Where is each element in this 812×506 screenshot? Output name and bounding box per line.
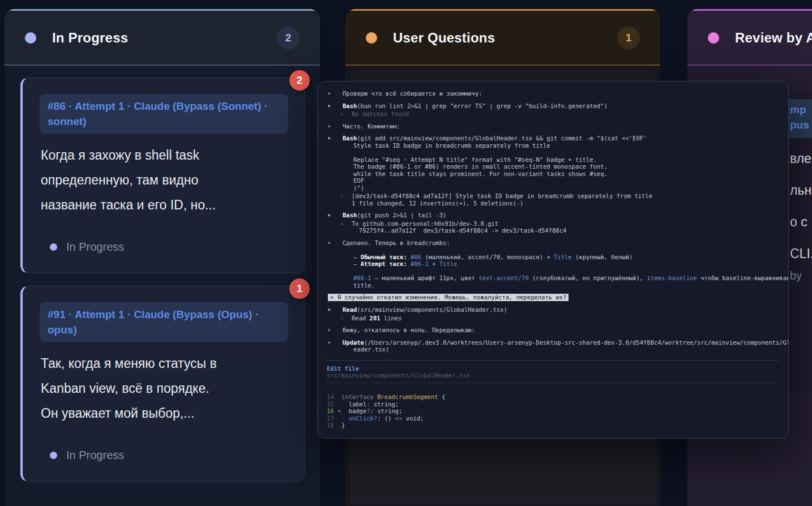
- diff-line: [327, 429, 779, 436]
- result-line: Read 201 lines: [352, 315, 780, 322]
- terminal-text-segment: –: [353, 254, 361, 260]
- terminal-line: eader.tsx): [353, 346, 780, 353]
- terminal-text-segment: 1 file changed, 12 insertions(+), 5 dele…: [352, 200, 523, 207]
- terminal-text-segment: +: [429, 260, 439, 267]
- terminal-text-segment: : string;: [370, 408, 403, 414]
- message-dot-icon: ●: [328, 340, 330, 345]
- terminal-line: Сделано. Теперь в breadcrumbs:: [343, 239, 780, 247]
- terminal-message: ●Сделано. Теперь в breadcrumbs: – Обычны…: [327, 239, 780, 289]
- result-line: 79275f4..ad7a12f dev3/task-d54f88c4 -> d…: [352, 227, 780, 234]
- terminal-text-segment: lines: [381, 315, 402, 321]
- card-text-fragment: CLI.: [790, 246, 812, 261]
- result-line: 1 file changed, 12 insertions(+), 5 dele…: [352, 200, 780, 207]
- terminal-text-segment: Read: [352, 315, 370, 321]
- terminal-message: ●Update(/Users/arsenyp/.dev3.0/worktrees…: [327, 339, 780, 353]
- terminal-text-segment: (голубоватый, но приглушённый),: [529, 275, 647, 281]
- result-elbow-icon: ∟: [341, 192, 344, 199]
- result-elbow-icon: ∟: [341, 314, 344, 321]
- terminal-text-segment: }: [341, 422, 345, 428]
- terminal-text-segment: 201: [370, 315, 381, 321]
- terminal-line: Style task ID badge in breadcrumb separa…: [353, 142, 780, 149]
- terminal-text-segment: void;: [403, 415, 424, 422]
- message-dot-icon: ●: [328, 91, 330, 96]
- terminal-line: title.: [353, 282, 780, 289]
- terminal-line: Read(src/mainview/components/GlobalHeade…: [343, 306, 780, 314]
- terminal-message: ●Проверю что всё собирается и закоммичу:: [327, 90, 780, 97]
- terminal-text-segment: Bash: [343, 135, 357, 141]
- terminal-text-segment: Обычный таск:: [361, 254, 407, 260]
- terminal-text-segment: string;: [370, 401, 399, 408]
- result-line: To github.com-personal:h0x91b/dev-3.0.gi…: [352, 220, 780, 228]
- task-terminal-panel[interactable]: ●Проверю что всё собирается и закоммичу:…: [317, 81, 789, 439]
- card-text-fragment: о с: [790, 215, 807, 230]
- terminal-text-segment: No matches found: [352, 110, 409, 117]
- terminal-text-segment: чтобы baseline-выравнивание с: [697, 275, 789, 281]
- column-count-badge: 2: [277, 27, 300, 49]
- edit-file-title: Edit file: [327, 365, 779, 372]
- card-body-line: Когда я захожу в shell task: [41, 143, 288, 168]
- terminal-text-segment: badge: [341, 408, 366, 414]
- terminal-text-segment: (bun run lint 2>&1 | grep "error TS" | g…: [357, 102, 608, 109]
- task-id-chip-clipped: mp pus: [789, 99, 812, 138]
- card-status: In Progress: [50, 449, 124, 462]
- kanban-board: In Progress 2 2 #86 · Attempt 1 · Claude…: [0, 0, 812, 506]
- diff-line: 18}: [327, 422, 779, 429]
- line-number: 15: [327, 401, 341, 408]
- card-text-fragment: вле: [790, 151, 811, 166]
- terminal-line: EOF: [353, 177, 780, 185]
- terminal-text-segment: =>: [395, 415, 403, 422]
- terminal-log: ●Проверю что всё собирается и закоммичу:…: [327, 90, 780, 353]
- column-body: 2 #86 · Attempt 1 · Claude (Bypass (Sonn…: [5, 66, 320, 503]
- terminal-text-segment: To github.com-personal:h0x91b/dev-3.0.gi…: [352, 220, 498, 227]
- terminal-text-segment: BreadcrumbSegment: [377, 393, 438, 400]
- task-card-91[interactable]: 1 #91 · Attempt 1 · Claude (Bypass (Opus…: [20, 286, 305, 482]
- terminal-text-segment: interface: [341, 393, 377, 400]
- terminal-line: – Обычный таск: #86 (маленький, accent/7…: [353, 254, 780, 261]
- tool-result: ∟Read 201 lines: [327, 315, 780, 322]
- terminal-message: ●Чисто. Коммитим:: [327, 123, 780, 130]
- terminal-line: [353, 246, 780, 254]
- terminal-text-segment: Read: [343, 306, 357, 313]
- terminal-line: Update(/Users/arsenyp/.dev3.0/worktrees/…: [343, 339, 780, 346]
- terminal-text-segment: Bash: [343, 212, 357, 218]
- terminal-text-segment: (маленький, accent/70, monospace) +: [421, 254, 554, 260]
- terminal-text-segment: onClick?: [349, 415, 378, 422]
- card-body-line: Так, когда я меняю статусы в: [41, 351, 288, 376]
- terminal-text-segment: [dev3/task-d54f88c4 ad7a12f] Style task …: [352, 192, 652, 199]
- line-number: 16 +: [327, 408, 341, 415]
- column-status-dot: [708, 32, 719, 44]
- terminal-line: Проверю что всё собирается и закоммичу:: [343, 90, 780, 97]
- terminal-line: Bash(bun run lint 2>&1 | grep "error TS"…: [343, 102, 780, 110]
- result-elbow-icon: ∟: [341, 220, 344, 226]
- chip-fragment: mp: [790, 102, 812, 117]
- line-number: 17: [327, 415, 341, 422]
- terminal-line: while the task title stays prominent. Fo…: [353, 170, 780, 178]
- card-status-fragment: by: [790, 269, 802, 282]
- edit-file-diff: 14interface BreadcrumbSegment {15 label:…: [327, 387, 779, 436]
- terminal-text-segment: (git add src/mainview/components/GlobalH…: [357, 135, 647, 141]
- terminal-text-segment: The badge (#86-1 or #86) renders in smal…: [353, 163, 608, 170]
- terminal-text-segment: EOF: [353, 177, 364, 184]
- terminal-text-segment: Вижу, откатилось в ноль. Переделываю:: [343, 327, 475, 333]
- terminal-message: ●Read(src/mainview/components/GlobalHead…: [327, 306, 780, 314]
- message-dot-icon: ●: [328, 124, 330, 129]
- diff-line: 14interface BreadcrumbSegment {: [327, 393, 779, 401]
- column-status-dot: [25, 32, 36, 44]
- column-title: In Progress: [52, 30, 261, 46]
- notification-badge: 2: [289, 70, 310, 91]
- result-elbow-icon: ∟: [341, 110, 344, 117]
- card-body-text: Когда я захожу в shell task определенную…: [41, 143, 288, 217]
- task-card-clipped[interactable]: mp pus вле льн о с CLI. by: [789, 91, 812, 391]
- terminal-line: #86-1 — маленький шрифт 11px, цвет text-…: [353, 275, 780, 282]
- task-id-chip: #86 · Attempt 1 · Claude (Bypass (Sonnet…: [40, 94, 288, 134]
- terminal-text-segment: {: [438, 393, 446, 400]
- edit-file-path: src/mainview/components/GlobalHeader.tsx: [327, 372, 779, 379]
- terminal-text-segment: #86-1: [353, 275, 371, 281]
- terminal-text-segment: #86-1: [411, 260, 429, 267]
- column-title: User Questions: [393, 30, 601, 46]
- column-header-review: Review by A: [687, 9, 812, 66]
- card-body-line: определенную, там видно: [41, 168, 288, 192]
- task-card-86[interactable]: 2 #86 · Attempt 1 · Claude (Bypass (Sonn…: [20, 78, 305, 273]
- tool-dot-icon: ●: [328, 307, 330, 312]
- terminal-text-segment: : (): [377, 415, 395, 422]
